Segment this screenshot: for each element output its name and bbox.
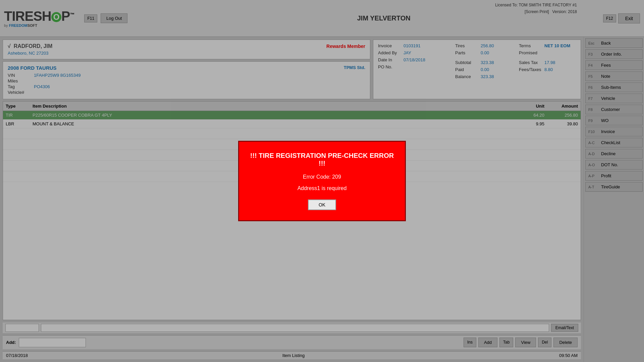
error-dialog: !!! TIRE REGISTRATION PRE-CHECK ERROR !!… (238, 141, 406, 221)
dialog-message: Address1 is required (249, 185, 395, 191)
dialog-title: !!! TIRE REGISTRATION PRE-CHECK ERROR !!… (249, 152, 395, 167)
dialog-overlay: !!! TIRE REGISTRATION PRE-CHECK ERROR !!… (0, 0, 644, 362)
dialog-ok-button[interactable]: OK (308, 199, 336, 210)
dialog-error-code: Error Code: 209 (249, 174, 395, 180)
